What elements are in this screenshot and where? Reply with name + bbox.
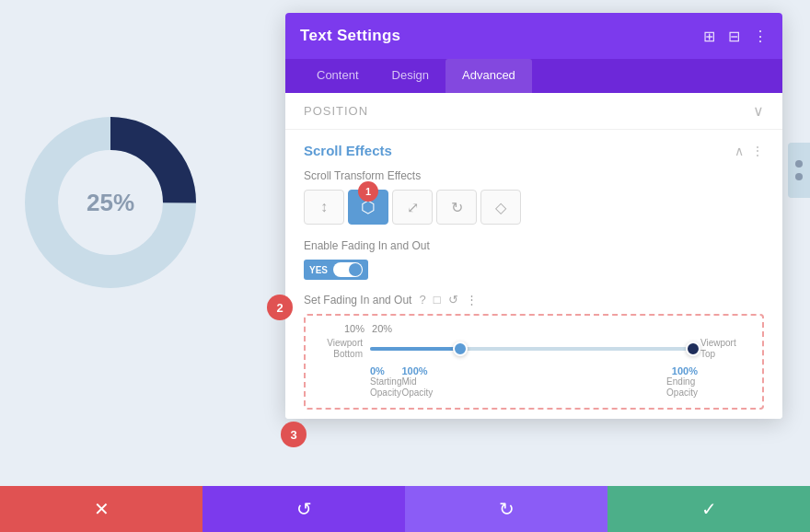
percent-label: 25% <box>87 189 134 217</box>
end-percent-label: 20% <box>372 323 392 334</box>
section-header-actions: ∧ ⋮ <box>735 144 764 158</box>
undo-button[interactable]: ↺ <box>202 486 405 532</box>
scroll-effects-title: Scroll Effects <box>304 143 392 158</box>
viewport-top-label: Viewport Top <box>700 338 751 360</box>
confirm-button[interactable]: ✓ <box>608 486 810 532</box>
panel-body: Position ∨ Scroll Effects ∧ ⋮ Scroll Tra… <box>285 93 782 419</box>
bottom-toolbar: ✕ ↺ ↻ ✓ <box>0 486 810 532</box>
scroll-effects-header: Scroll Effects ∧ ⋮ <box>304 143 764 158</box>
step-badge-2: 2 <box>267 295 293 320</box>
slider-track-row: Viewport Bottom Viewport Top <box>317 338 751 360</box>
end-opacity-label: Ending Opacity <box>666 376 698 399</box>
undo-icon: ↺ <box>296 498 312 520</box>
panel-title: Text Settings <box>300 27 400 45</box>
vertical-icon: ↕ <box>320 199 328 215</box>
scroll-effects-section: Scroll Effects ∧ ⋮ Scroll Transform Effe… <box>285 130 782 419</box>
set-fading-header: Set Fading In and Out ? □ ↺ ⋮ <box>304 293 764 306</box>
help-icon[interactable]: ? <box>419 293 425 306</box>
fading-toggle[interactable]: YES <box>304 260 368 280</box>
redo-button[interactable]: ↻ <box>405 486 608 532</box>
step-badge-3: 3 <box>281 422 307 447</box>
mid-opacity-label: Mid Opacity <box>401 376 433 399</box>
slider-thumb-right[interactable] <box>686 341 700 356</box>
end-opacity-col: 100% Ending Opacity <box>666 365 698 399</box>
fading-box: 10% 20% Viewport Bottom Viewport Top <box>304 314 764 410</box>
cancel-button[interactable]: ✕ <box>0 486 202 532</box>
cancel-icon: ✕ <box>94 498 110 520</box>
slider-top-labels: 10% 20% <box>317 323 751 334</box>
motion-icon: ⤢ <box>407 199 419 216</box>
mid-opacity-col: 100% Mid Opacity <box>401 365 433 399</box>
position-row[interactable]: Position ∨ <box>285 93 782 130</box>
rotate-effect-btn[interactable]: ↻ <box>436 190 477 225</box>
redo-icon: ↻ <box>499 498 515 520</box>
opacity-effect-btn[interactable]: ◇ <box>480 190 521 225</box>
mid-opacity-value: 100% <box>401 365 427 376</box>
collapse-icon[interactable]: ∧ <box>735 144 744 158</box>
layout-icon[interactable]: ⊟ <box>728 28 740 45</box>
confirm-icon: ✓ <box>701 498 717 520</box>
more-fading-icon[interactable]: ⋮ <box>466 293 478 306</box>
slider-thumb-left[interactable] <box>453 341 468 356</box>
step-badge-1: 1 <box>358 181 378 202</box>
viewport-bottom-label: Viewport Bottom <box>317 338 363 360</box>
effect-icons-row: ↕ 1 ⬡ ⤢ ↻ ◇ <box>304 190 764 225</box>
vertical-effect-btn[interactable]: ↕ <box>304 190 344 225</box>
tab-content[interactable]: Content <box>300 59 376 93</box>
undo-small-icon[interactable]: ↺ <box>448 293 458 306</box>
panel-header-icons: ⊞ ⊟ ⋮ <box>703 28 768 45</box>
toggle-row: YES <box>304 260 764 280</box>
section-more-icon[interactable]: ⋮ <box>751 144 764 158</box>
slider-track[interactable] <box>370 347 693 351</box>
toggle-thumb <box>333 262 363 277</box>
transform-effects-label: Scroll Transform Effects <box>304 169 764 182</box>
start-opacity-label: Starting Opacity <box>370 376 401 399</box>
start-percent-label: 10% <box>344 323 364 334</box>
rotate-icon: ↻ <box>451 199 463 216</box>
right-scroll-indicator <box>788 143 810 198</box>
start-opacity-value: 0% <box>370 365 385 376</box>
tab-design[interactable]: Design <box>376 59 446 93</box>
chevron-down-icon[interactable]: ∨ <box>753 102 764 120</box>
tab-advanced[interactable]: Advanced <box>446 59 532 93</box>
fading-label: Enable Fading In and Out <box>304 239 764 252</box>
opacity-icon: ◇ <box>495 199 506 216</box>
donut-chart: 25% <box>18 110 202 295</box>
end-opacity-value: 100% <box>672 365 698 376</box>
blur-effect-btn[interactable]: 1 ⬡ <box>348 190 388 225</box>
tab-bar: Content Design Advanced <box>285 59 782 93</box>
set-fading-label: Set Fading In and Out <box>304 294 411 306</box>
device-icon[interactable]: □ <box>434 293 441 306</box>
starting-opacity-col: 0% Starting Opacity <box>370 365 401 399</box>
settings-panel: Text Settings ⊞ ⊟ ⋮ Content Design Advan… <box>285 13 782 419</box>
toggle-yes-label: YES <box>309 265 328 275</box>
more-icon[interactable]: ⋮ <box>753 28 768 45</box>
motion-effect-btn[interactable]: ⤢ <box>392 190 433 225</box>
opacity-labels-row: 0% Starting Opacity 100% Mid Opacity 100… <box>317 365 751 399</box>
expand-icon[interactable]: ⊞ <box>703 28 715 45</box>
panel-header: Text Settings ⊞ ⊟ ⋮ <box>285 13 782 59</box>
position-label: Position <box>304 104 368 118</box>
